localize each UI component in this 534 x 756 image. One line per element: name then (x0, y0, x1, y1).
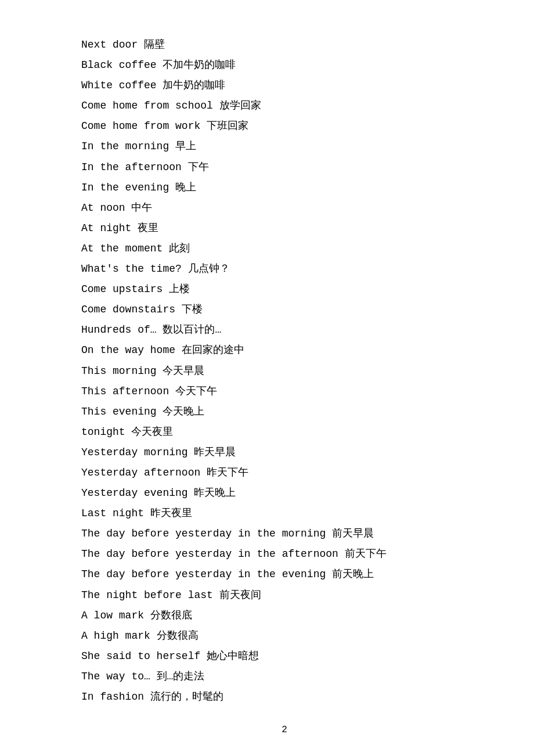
list-item: On the way home 在回家的途中 (81, 340, 488, 361)
list-item: In the afternoon 下午 (81, 157, 488, 178)
list-item: Last night 昨天夜里 (81, 503, 488, 524)
list-item: In the evening 晚上 (81, 178, 488, 198)
list-item: What's the time? 几点钟？ (81, 259, 488, 279)
list-item: Yesterday afternoon 昨天下午 (81, 463, 488, 483)
list-item: White coffee 加牛奶的咖啡 (81, 75, 488, 96)
list-item: The day before yesterday in the morning … (81, 524, 488, 544)
content-area: Next door 隔壁Black coffee 不加牛奶的咖啡White co… (81, 35, 488, 707)
list-item: A high mark 分数很高 (81, 626, 488, 646)
list-item: tonight 今天夜里 (81, 422, 488, 442)
list-item: A low mark 分数很底 (81, 606, 488, 626)
list-item: Yesterday morning 昨天早晨 (81, 442, 488, 463)
list-item: At noon 中午 (81, 198, 488, 218)
page-number: 2 (81, 725, 488, 735)
list-item: In fashion 流行的，时髦的 (81, 687, 488, 707)
list-item: Next door 隔壁 (81, 35, 488, 55)
list-item: This morning 今天早晨 (81, 361, 488, 381)
list-item: Yesterday evening 昨天晚上 (81, 483, 488, 503)
list-item: Come downstairs 下楼 (81, 300, 488, 320)
list-item: The day before yesterday in the afternoo… (81, 544, 488, 564)
list-item: In the morning 早上 (81, 136, 488, 157)
list-item: Come home from school 放学回家 (81, 96, 488, 116)
list-item: She said to herself 她心中暗想 (81, 646, 488, 667)
list-item: This afternoon 今天下午 (81, 381, 488, 402)
list-item: Black coffee 不加牛奶的咖啡 (81, 55, 488, 75)
list-item: The night before last 前天夜间 (81, 585, 488, 606)
list-item: At night 夜里 (81, 218, 488, 239)
list-item: The way to… 到…的走法 (81, 667, 488, 687)
list-item: This evening 今天晚上 (81, 402, 488, 422)
list-item: Hundreds of… 数以百计的… (81, 320, 488, 340)
list-item: Come home from work 下班回家 (81, 116, 488, 136)
list-item: At the moment 此刻 (81, 239, 488, 259)
list-item: The day before yesterday in the evening … (81, 564, 488, 585)
list-item: Come upstairs 上楼 (81, 279, 488, 300)
